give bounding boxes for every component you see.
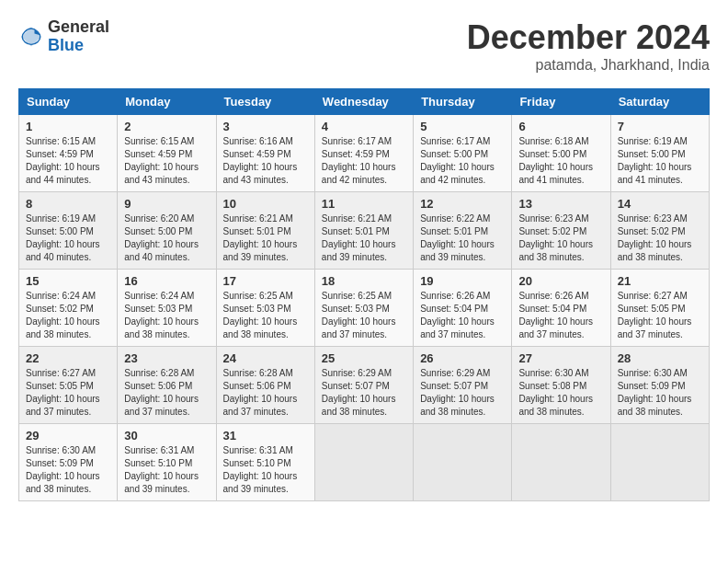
day-info: Sunrise: 6:18 AM Sunset: 5:00 PM Dayligh… [518,135,603,187]
day-info: Sunrise: 6:30 AM Sunset: 5:08 PM Dayligh… [518,367,603,419]
day-number: 13 [518,197,603,211]
day-info: Sunrise: 6:20 AM Sunset: 5:00 PM Dayligh… [124,213,209,264]
calendar-cell: 7Sunrise: 6:19 AM Sunset: 5:00 PM Daylig… [610,115,709,192]
day-number: 6 [518,120,603,133]
calendar-cell: 11Sunrise: 6:21 AM Sunset: 5:01 PM Dayli… [314,192,413,270]
day-info: Sunrise: 6:21 AM Sunset: 5:01 PM Dayligh… [223,213,308,264]
day-info: Sunrise: 6:29 AM Sunset: 5:07 PM Dayligh… [420,367,505,419]
header-row: Sunday Monday Tuesday Wednesday Thursday… [19,89,710,115]
location: patamda, Jharkhand, India [467,57,710,74]
day-info: Sunrise: 6:19 AM Sunset: 5:00 PM Dayligh… [26,213,110,264]
day-number: 24 [223,351,308,365]
calendar-cell: 2Sunrise: 6:15 AM Sunset: 4:59 PM Daylig… [118,115,216,192]
page-header: General Blue December 2024 patamda, Jhar… [18,18,710,74]
day-number: 5 [420,120,505,133]
calendar-cell: 22Sunrise: 6:27 AM Sunset: 5:05 PM Dayli… [19,347,118,424]
calendar-cell [414,424,512,501]
day-info: Sunrise: 6:17 AM Sunset: 5:00 PM Dayligh… [420,135,505,187]
day-info: Sunrise: 6:19 AM Sunset: 5:00 PM Dayligh… [618,135,702,187]
calendar: Sunday Monday Tuesday Wednesday Thursday… [18,88,710,501]
day-number: 8 [26,197,110,211]
calendar-cell: 17Sunrise: 6:25 AM Sunset: 5:03 PM Dayli… [216,270,314,347]
day-number: 26 [420,351,505,365]
day-info: Sunrise: 6:23 AM Sunset: 5:02 PM Dayligh… [518,213,603,264]
day-number: 14 [618,197,702,211]
day-info: Sunrise: 6:16 AM Sunset: 4:59 PM Dayligh… [223,135,308,187]
col-sunday: Sunday [19,89,118,115]
day-number: 25 [322,351,406,365]
calendar-cell: 27Sunrise: 6:30 AM Sunset: 5:08 PM Dayli… [512,347,610,424]
calendar-cell: 1Sunrise: 6:15 AM Sunset: 4:59 PM Daylig… [19,115,118,192]
day-number: 21 [618,274,702,288]
calendar-cell: 24Sunrise: 6:28 AM Sunset: 5:06 PM Dayli… [216,347,314,424]
calendar-week-5: 29Sunrise: 6:30 AM Sunset: 5:09 PM Dayli… [19,424,710,501]
col-thursday: Thursday [414,89,512,115]
day-number: 19 [420,274,505,288]
col-monday: Monday [118,89,216,115]
day-number: 1 [26,120,110,133]
calendar-cell: 3Sunrise: 6:16 AM Sunset: 4:59 PM Daylig… [216,115,314,192]
calendar-cell: 10Sunrise: 6:21 AM Sunset: 5:01 PM Dayli… [216,192,314,270]
day-number: 9 [124,197,209,211]
calendar-cell [512,424,610,501]
day-info: Sunrise: 6:26 AM Sunset: 5:04 PM Dayligh… [518,290,603,341]
calendar-cell: 19Sunrise: 6:26 AM Sunset: 5:04 PM Dayli… [414,270,512,347]
calendar-cell: 6Sunrise: 6:18 AM Sunset: 5:00 PM Daylig… [512,115,610,192]
day-number: 7 [618,120,702,133]
calendar-cell: 9Sunrise: 6:20 AM Sunset: 5:00 PM Daylig… [118,192,216,270]
col-tuesday: Tuesday [216,89,314,115]
day-number: 4 [322,120,406,133]
day-info: Sunrise: 6:24 AM Sunset: 5:02 PM Dayligh… [26,290,110,341]
day-number: 27 [518,351,603,365]
logo-blue: Blue [48,37,109,55]
day-number: 23 [124,351,209,365]
calendar-cell: 26Sunrise: 6:29 AM Sunset: 5:07 PM Dayli… [414,347,512,424]
calendar-cell: 13Sunrise: 6:23 AM Sunset: 5:02 PM Dayli… [512,192,610,270]
col-wednesday: Wednesday [314,89,413,115]
title-block: December 2024 patamda, Jharkhand, India [467,18,710,74]
day-info: Sunrise: 6:29 AM Sunset: 5:07 PM Dayligh… [322,367,406,419]
logo-general: General [48,18,109,37]
day-info: Sunrise: 6:27 AM Sunset: 5:05 PM Dayligh… [618,290,702,341]
day-info: Sunrise: 6:26 AM Sunset: 5:04 PM Dayligh… [420,290,505,341]
calendar-cell: 23Sunrise: 6:28 AM Sunset: 5:06 PM Dayli… [118,347,216,424]
calendar-cell: 25Sunrise: 6:29 AM Sunset: 5:07 PM Dayli… [314,347,413,424]
day-info: Sunrise: 6:21 AM Sunset: 5:01 PM Dayligh… [322,213,406,264]
day-info: Sunrise: 6:31 AM Sunset: 5:10 PM Dayligh… [124,444,209,496]
day-info: Sunrise: 6:15 AM Sunset: 4:59 PM Dayligh… [124,135,209,187]
day-info: Sunrise: 6:27 AM Sunset: 5:05 PM Dayligh… [26,367,110,419]
day-info: Sunrise: 6:31 AM Sunset: 5:10 PM Dayligh… [223,444,308,496]
day-number: 17 [223,274,308,288]
day-number: 2 [124,120,209,133]
calendar-cell: 14Sunrise: 6:23 AM Sunset: 5:02 PM Dayli… [610,192,709,270]
calendar-week-4: 22Sunrise: 6:27 AM Sunset: 5:05 PM Dayli… [19,347,710,424]
day-info: Sunrise: 6:25 AM Sunset: 5:03 PM Dayligh… [223,290,308,341]
month-title: December 2024 [467,18,710,57]
calendar-week-1: 1Sunrise: 6:15 AM Sunset: 4:59 PM Daylig… [19,115,710,192]
day-info: Sunrise: 6:23 AM Sunset: 5:02 PM Dayligh… [618,213,702,264]
day-info: Sunrise: 6:25 AM Sunset: 5:03 PM Dayligh… [322,290,406,341]
calendar-week-2: 8Sunrise: 6:19 AM Sunset: 5:00 PM Daylig… [19,192,710,270]
calendar-week-3: 15Sunrise: 6:24 AM Sunset: 5:02 PM Dayli… [19,270,710,347]
day-info: Sunrise: 6:15 AM Sunset: 4:59 PM Dayligh… [26,135,110,187]
day-number: 15 [26,274,110,288]
day-number: 10 [223,197,308,211]
day-info: Sunrise: 6:30 AM Sunset: 5:09 PM Dayligh… [618,367,702,419]
day-number: 16 [124,274,209,288]
calendar-cell: 18Sunrise: 6:25 AM Sunset: 5:03 PM Dayli… [314,270,413,347]
col-saturday: Saturday [610,89,709,115]
day-info: Sunrise: 6:28 AM Sunset: 5:06 PM Dayligh… [223,367,308,419]
day-number: 22 [26,351,110,365]
calendar-cell: 8Sunrise: 6:19 AM Sunset: 5:00 PM Daylig… [19,192,118,270]
calendar-cell: 4Sunrise: 6:17 AM Sunset: 4:59 PM Daylig… [314,115,413,192]
logo-text: General Blue [48,18,109,55]
calendar-cell [610,424,709,501]
col-friday: Friday [512,89,610,115]
calendar-cell: 15Sunrise: 6:24 AM Sunset: 5:02 PM Dayli… [19,270,118,347]
calendar-cell: 31Sunrise: 6:31 AM Sunset: 5:10 PM Dayli… [216,424,314,501]
day-number: 3 [223,120,308,133]
day-number: 30 [124,429,209,442]
calendar-cell: 16Sunrise: 6:24 AM Sunset: 5:03 PM Dayli… [118,270,216,347]
day-number: 31 [223,429,308,442]
calendar-cell: 21Sunrise: 6:27 AM Sunset: 5:05 PM Dayli… [610,270,709,347]
